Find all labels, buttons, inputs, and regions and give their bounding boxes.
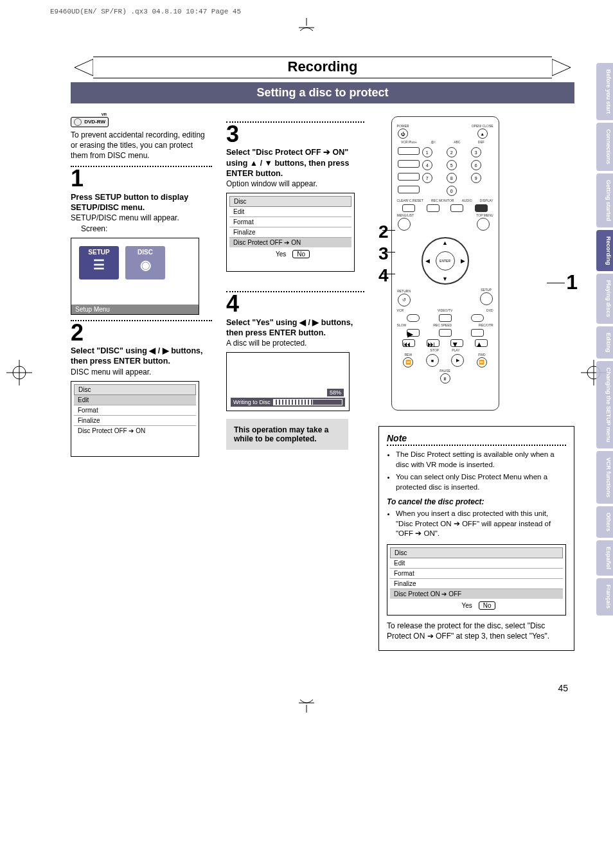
menu-row-protect-on-off: Disc Protect ON ➔ OFF bbox=[390, 589, 563, 599]
no-option-selected: No bbox=[292, 250, 310, 258]
callout-1: 1 bbox=[566, 270, 578, 294]
remote-control: POWER⏻ OPEN/ CLOSE▲ VCR Plus+ .@/: ABC D… bbox=[391, 116, 499, 411]
progress-label: Writing to Disc bbox=[233, 399, 271, 405]
step-2-heading: Select "DISC" using ◀ / ▶ buttons, then … bbox=[71, 346, 212, 367]
enter-button[interactable]: ENTER bbox=[436, 251, 455, 270]
power-button[interactable]: ⏻ bbox=[398, 128, 408, 139]
open-close-button[interactable]: ▲ bbox=[477, 128, 488, 139]
menu-list-button[interactable] bbox=[398, 218, 411, 231]
tab-recording[interactable]: Recording bbox=[596, 230, 613, 272]
fwd-button[interactable]: ⏩ bbox=[477, 357, 487, 368]
key-0[interactable]: 0 bbox=[447, 186, 457, 196]
tab-connections[interactable]: Connections bbox=[596, 123, 613, 171]
disc-menu-title: Disc bbox=[229, 196, 351, 207]
arrow-right-icon[interactable]: ▶ bbox=[461, 258, 465, 264]
search-mode-button[interactable] bbox=[398, 160, 420, 168]
tab-editing[interactable]: Editing bbox=[596, 326, 613, 359]
clear-button[interactable] bbox=[402, 204, 415, 212]
chevron-left-icon bbox=[71, 58, 93, 76]
menu-row-finalize: Finalize bbox=[229, 227, 351, 238]
menu-row-edit: Edit bbox=[74, 395, 196, 405]
yes-no-row: Yes No bbox=[390, 599, 563, 612]
tab-espanol[interactable]: Español bbox=[596, 540, 613, 576]
page-title-banner: Recording bbox=[71, 57, 574, 78]
rew-label: REW bbox=[402, 353, 414, 357]
keypad-label: ABC bbox=[445, 141, 470, 144]
step-1-body: SETUP/DISC menu will appear. bbox=[71, 213, 212, 223]
tab-getting-started[interactable]: Getting started bbox=[596, 173, 613, 227]
crop-mark-top bbox=[0, 18, 613, 37]
rec-monitor-button[interactable] bbox=[427, 204, 440, 212]
dvd-button[interactable] bbox=[471, 314, 484, 322]
step-4-body: A disc will be protected. bbox=[226, 338, 364, 348]
arrow-down-icon[interactable]: ▼ bbox=[442, 276, 448, 282]
top-menu-label: TOP MENU bbox=[476, 214, 493, 217]
stop-button[interactable]: ■ bbox=[426, 354, 439, 367]
pause-label: PAUSE bbox=[397, 369, 493, 373]
progress-bar bbox=[273, 399, 342, 405]
key-7[interactable]: 7 bbox=[422, 173, 432, 183]
key-8[interactable]: 8 bbox=[447, 173, 457, 183]
step-4-heading: Select "Yes" using ◀ / ▶ buttons, then p… bbox=[226, 317, 364, 339]
audio-button[interactable] bbox=[450, 204, 463, 212]
navigation-ring[interactable]: ▲ ▼ ◀ ▶ ENTER bbox=[422, 237, 469, 285]
tab-before-you-start[interactable]: Before you start bbox=[596, 63, 613, 120]
setup-label: SETUP bbox=[479, 288, 493, 292]
step-1-heading: Press SETUP button to display SETUP/DISC… bbox=[71, 192, 212, 213]
key-2[interactable]: 2 bbox=[447, 147, 457, 157]
disc-menu-screen: Disc Edit Format Finalize Disc Protect O… bbox=[71, 381, 199, 457]
key-3[interactable]: 3 bbox=[471, 147, 481, 157]
intro-text: To prevent accidental recording, editing… bbox=[71, 130, 212, 161]
note-subheading: To cancel the disc protect: bbox=[387, 497, 566, 506]
vcr-button[interactable] bbox=[407, 314, 420, 322]
arrow-left-icon[interactable]: ◀ bbox=[425, 258, 430, 264]
step-2-body: DISC menu will appear. bbox=[71, 367, 212, 377]
arrow-up-icon[interactable]: ▲ bbox=[442, 240, 448, 246]
separator bbox=[71, 166, 212, 167]
separator bbox=[226, 121, 364, 123]
display-button[interactable] bbox=[475, 204, 488, 212]
menu-row-edit: Edit bbox=[229, 207, 351, 217]
setup-button[interactable] bbox=[480, 292, 493, 305]
key-9[interactable]: 9 bbox=[471, 173, 481, 183]
screen-label: Screen: bbox=[81, 224, 212, 234]
rec-speed-label: REC SPEED bbox=[433, 324, 452, 327]
zoom-button[interactable] bbox=[398, 186, 420, 193]
menu-row-finalize: Finalize bbox=[74, 416, 196, 426]
tab-francais[interactable]: Français bbox=[596, 578, 613, 615]
step-3-body: Option window will appear. bbox=[226, 179, 364, 189]
return-button[interactable]: ↺ bbox=[398, 294, 411, 306]
key-5[interactable]: 5 bbox=[447, 160, 457, 170]
key-1[interactable]: 1 bbox=[422, 147, 432, 157]
operation-warning-box: This operation may take a while to be co… bbox=[226, 419, 348, 450]
pause-button[interactable]: ⏸ bbox=[440, 373, 450, 384]
top-menu-button[interactable] bbox=[477, 218, 490, 231]
key-6[interactable]: 6 bbox=[471, 160, 481, 170]
skip-prev-button[interactable]: ⏮ bbox=[402, 339, 415, 347]
tab-playing-discs[interactable]: Playing discs bbox=[596, 274, 613, 324]
rec-otr-button[interactable] bbox=[471, 329, 484, 337]
cm-skip-button[interactable] bbox=[398, 173, 420, 181]
key-4[interactable]: 4 bbox=[422, 160, 432, 170]
tab-others[interactable]: Others bbox=[596, 506, 613, 538]
skip-next-button[interactable]: ⏭ bbox=[427, 339, 440, 347]
note-bullet-2: You can select only Disc Protect Menu wh… bbox=[396, 472, 566, 492]
tab-setup-menu[interactable]: Changing the SETUP menu bbox=[596, 361, 613, 448]
video-tv-button[interactable] bbox=[439, 314, 452, 322]
menu-list-label: MENU/LIST bbox=[397, 214, 414, 217]
rew-button[interactable]: ⏪ bbox=[403, 357, 413, 368]
setup-menu-caption: Setup Menu bbox=[71, 305, 199, 314]
play-button[interactable]: ▶ bbox=[451, 354, 464, 367]
no-option-selected: No bbox=[479, 601, 496, 610]
rec-speed-button[interactable] bbox=[439, 329, 452, 337]
ch-down-button[interactable]: ▼ bbox=[450, 339, 463, 347]
separator bbox=[226, 291, 364, 292]
stop-label: STOP bbox=[431, 349, 440, 352]
disc-tile: DISC ◉ bbox=[125, 246, 165, 279]
step-3-heading: Select "Disc Protect OFF ➔ ON" using ▲ /… bbox=[226, 147, 364, 179]
slow-button[interactable]: ▶ bbox=[407, 329, 420, 337]
vcr-plus-button[interactable] bbox=[398, 147, 420, 155]
ch-up-button[interactable]: ▲ bbox=[475, 339, 488, 347]
vcr-label: VCR bbox=[397, 309, 404, 312]
tab-vcr-functions[interactable]: VCR functions bbox=[596, 451, 613, 504]
